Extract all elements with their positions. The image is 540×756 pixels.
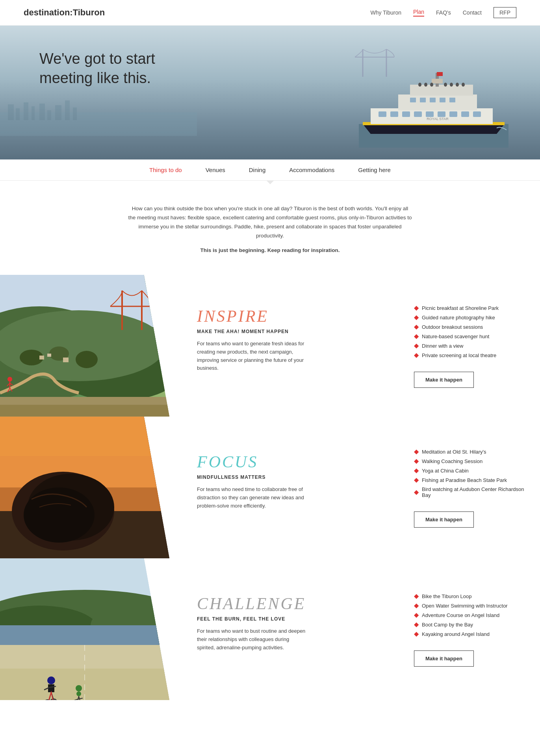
svg-rect-52 <box>39 356 44 359</box>
svg-rect-1 <box>8 104 14 120</box>
svg-point-81 <box>76 685 82 691</box>
svg-rect-6 <box>47 110 51 120</box>
svg-point-39 <box>444 83 447 87</box>
challenge-desc: For teams who want to bust routine and d… <box>197 627 307 652</box>
sub-nav-venues[interactable]: Venues <box>206 167 225 173</box>
svg-rect-26 <box>398 94 477 110</box>
hero-line1: We've got to start <box>39 49 155 69</box>
focus-image <box>0 417 169 558</box>
nav-rfp[interactable]: RFP <box>494 7 516 18</box>
list-item: ◆Boot Camp by the Bay <box>414 620 528 629</box>
inspire-subtitle: MAKE THE AHA! MOMENT HAPPEN <box>197 329 386 334</box>
bullet-icon: ◆ <box>414 477 419 483</box>
svg-point-51 <box>76 351 98 368</box>
focus-title: FOCUS <box>197 452 386 471</box>
inspire-right: ◆Picnic breakfast at Shoreline Park ◆Gui… <box>406 275 540 417</box>
svg-point-36 <box>418 83 421 87</box>
inspire-title: INSPIRE <box>197 307 386 326</box>
focus-desc: For teams who need time to collaborate f… <box>197 485 307 510</box>
focus-content: FOCUS MINDFULLNESS MATTERS For teams who… <box>169 417 406 558</box>
list-item: ◆Dinner with a view <box>414 341 528 350</box>
challenge-cta-button[interactable]: Make it happen <box>414 650 474 667</box>
svg-rect-3 <box>24 102 28 120</box>
intro-section: How can you think outside the box when y… <box>128 204 412 255</box>
list-item: ◆Nature-based scavenger hunt <box>414 332 528 341</box>
nav-faqs[interactable]: FAQ's <box>436 9 451 16</box>
nav-plan[interactable]: Plan <box>413 9 424 17</box>
svg-rect-34 <box>432 79 443 83</box>
svg-rect-24 <box>461 111 469 117</box>
svg-point-42 <box>462 83 465 87</box>
bullet-icon: ◆ <box>414 621 419 628</box>
bullet-icon: ◆ <box>414 593 419 599</box>
svg-rect-22 <box>438 111 445 117</box>
svg-point-71 <box>24 487 95 543</box>
bullet-icon: ◆ <box>414 352 419 358</box>
hero-line2: meeting like this. <box>39 69 155 88</box>
challenge-section: CHALLENGE FEEL THE BURN, FEEL THE LOVE F… <box>0 558 540 700</box>
focus-bullet-list: ◆Meditation at Old St. Hilary's ◆Walking… <box>414 447 528 500</box>
nav-contact[interactable]: Contact <box>463 9 482 16</box>
hero-section: ROYAL STAR We've got to start meeting li… <box>0 26 540 159</box>
intro-bold: This is just the beginning. Keep reading… <box>128 246 412 255</box>
svg-rect-77 <box>0 625 169 645</box>
svg-rect-21 <box>426 111 434 117</box>
challenge-title: CHALLENGE <box>197 594 386 613</box>
list-item: ◆Private screening at local theatre <box>414 350 528 360</box>
svg-point-82 <box>76 691 81 696</box>
svg-rect-19 <box>402 111 410 117</box>
svg-rect-31 <box>449 98 455 102</box>
bullet-icon: ◆ <box>414 333 419 339</box>
inspire-image <box>0 275 169 417</box>
challenge-right: ◆Bike the Tiburon Loop ◆Open Water Swimm… <box>406 558 540 700</box>
sub-nav-getting-here[interactable]: Getting here <box>358 167 391 173</box>
svg-point-48 <box>0 310 165 381</box>
focus-right: ◆Meditation at Old St. Hilary's ◆Walking… <box>406 417 540 558</box>
svg-point-37 <box>424 83 427 87</box>
sub-nav-things-to-do[interactable]: Things to do <box>149 167 182 173</box>
list-item: ◆Meditation at Old St. Hilary's <box>414 447 528 456</box>
svg-rect-30 <box>440 98 445 102</box>
bullet-icon: ◆ <box>414 467 419 474</box>
bullet-icon: ◆ <box>414 314 419 321</box>
focus-subtitle: MINDFULLNESS MATTERS <box>197 474 386 480</box>
main-nav: Why Tiburon Plan FAQ's Contact RFP <box>370 7 516 18</box>
svg-rect-28 <box>420 98 426 102</box>
inspire-cta-button[interactable]: Make it happen <box>414 372 474 388</box>
inspire-bullet-list: ◆Picnic breakfast at Shoreline Park ◆Gui… <box>414 303 528 360</box>
list-item: ◆Walking Coaching Session <box>414 456 528 466</box>
focus-cta-button[interactable]: Make it happen <box>414 511 474 528</box>
list-item: ◆Fishing at Paradise Beach State Park <box>414 475 528 485</box>
svg-rect-53 <box>47 354 51 357</box>
svg-marker-14 <box>363 124 505 134</box>
svg-point-40 <box>450 83 453 87</box>
bullet-icon: ◆ <box>414 305 419 311</box>
svg-rect-54 <box>63 358 69 362</box>
svg-rect-35 <box>437 72 443 76</box>
logo-bold: Tiburon <box>73 7 105 17</box>
svg-rect-2 <box>16 108 20 120</box>
nav-why-tiburon[interactable]: Why Tiburon <box>370 9 401 16</box>
challenge-bullet-list: ◆Bike the Tiburon Loop ◆Open Water Swimm… <box>414 591 528 639</box>
svg-rect-25 <box>473 111 481 117</box>
svg-rect-7 <box>55 105 61 120</box>
sub-nav-accommodations[interactable]: Accommodations <box>289 167 334 173</box>
sub-nav-dining[interactable]: Dining <box>249 167 266 173</box>
inspire-content: INSPIRE MAKE THE AHA! MOMENT HAPPEN For … <box>169 275 406 417</box>
list-item: ◆Outdoor breakout sessions <box>414 322 528 332</box>
list-item: ◆Bike the Tiburon Loop <box>414 591 528 601</box>
challenge-subtitle: FEEL THE BURN, FEEL THE LOVE <box>197 616 386 622</box>
svg-point-41 <box>456 83 459 87</box>
svg-point-89 <box>47 676 55 684</box>
svg-rect-72 <box>0 417 169 456</box>
bullet-icon: ◆ <box>414 343 419 349</box>
list-item: ◆Kayaking around Angel Island <box>414 629 528 639</box>
sub-nav: Things to do Venues Dining Accommodation… <box>0 159 540 181</box>
challenge-content: CHALLENGE FEEL THE BURN, FEEL THE LOVE F… <box>169 558 406 700</box>
bullet-icon: ◆ <box>414 631 419 637</box>
header: destination:Tiburon Why Tiburon Plan FAQ… <box>0 0 540 26</box>
logo[interactable]: destination:Tiburon <box>24 7 105 18</box>
inspire-section: INSPIRE MAKE THE AHA! MOMENT HAPPEN For … <box>0 275 540 417</box>
inspire-desc: For teams who want to generate fresh ide… <box>197 340 307 372</box>
svg-rect-4 <box>32 106 35 120</box>
